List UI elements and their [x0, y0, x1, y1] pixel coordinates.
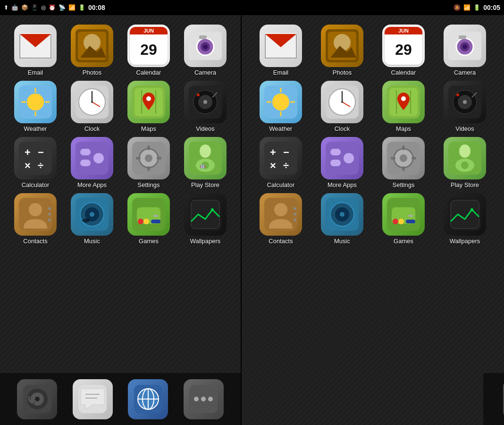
svg-rect-48 — [157, 157, 161, 160]
svg-point-44 — [145, 154, 152, 162]
app-games[interactable]: Games — [123, 193, 175, 245]
dock-more[interactable] — [184, 379, 224, 419]
videos2-icon — [444, 81, 486, 123]
app-videos2[interactable]: Videos — [437, 81, 493, 132]
svg-rect-149 — [294, 219, 296, 221]
app-moreapps[interactable]: More Apps — [66, 137, 118, 188]
moreapps2-icon — [321, 137, 363, 179]
weather2-label: Weather — [269, 125, 293, 132]
clock-status-icon: ⏰ — [49, 4, 56, 11]
svg-text:−: − — [38, 146, 44, 158]
app-clock[interactable]: Clock — [66, 81, 118, 132]
games-icon — [127, 193, 170, 236]
app-camera[interactable]: Camera — [179, 25, 231, 76]
svg-rect-41 — [93, 153, 104, 163]
svg-rect-46 — [147, 166, 150, 171]
calendar2-label: Calendar — [391, 69, 416, 76]
app-calculator2[interactable]: + − × ÷ Calculator — [252, 137, 309, 188]
svg-point-122 — [463, 100, 467, 104]
wifi-icon: 📡 — [59, 4, 66, 11]
svg-rect-71 — [191, 200, 219, 229]
svg-point-146 — [274, 203, 287, 216]
music-label: Music — [84, 238, 100, 245]
app-videos[interactable]: Videos — [179, 81, 231, 132]
app-calendar2[interactable]: JUN 29 Calendar — [375, 25, 432, 76]
settings-label: Settings — [138, 181, 160, 188]
svg-rect-138 — [402, 166, 405, 171]
app-maps2[interactable]: Maps — [375, 81, 432, 132]
dock-browser[interactable] — [128, 379, 168, 419]
app-email[interactable]: Email — [9, 25, 61, 76]
svg-rect-137 — [402, 145, 405, 150]
app-wallpapers2[interactable]: Wallpapers — [437, 193, 493, 245]
svg-text:📞: 📞 — [27, 396, 36, 405]
camera-icon — [184, 25, 227, 67]
app-music2[interactable]: Music — [314, 193, 370, 245]
svg-point-104 — [272, 94, 289, 110]
maps-icon — [127, 81, 170, 123]
dock-message[interactable] — [73, 379, 113, 419]
phone-icon: 📱 — [31, 4, 38, 11]
app-music[interactable]: Music — [66, 193, 118, 245]
svg-rect-69 — [153, 215, 158, 217]
app-email2[interactable]: Email — [252, 25, 309, 76]
email2-icon — [260, 25, 302, 67]
wallpapers-label: Wallpapers — [190, 238, 221, 245]
svg-point-153 — [340, 212, 344, 217]
app-contacts2[interactable]: Contacts — [252, 193, 309, 245]
svg-point-156 — [393, 219, 398, 224]
app-contacts[interactable]: Contacts — [9, 193, 61, 245]
svg-point-21 — [91, 101, 93, 103]
svg-rect-148 — [294, 213, 296, 215]
svg-point-66 — [138, 219, 143, 224]
svg-rect-139 — [391, 157, 395, 160]
dock-phone[interactable]: 📞 — [17, 379, 57, 419]
app-weather[interactable]: Weather — [9, 81, 61, 132]
svg-point-90 — [201, 397, 206, 401]
android-icon: 🤖 — [11, 4, 18, 11]
calculator2-icon: + − × ÷ — [260, 137, 302, 179]
app-settings[interactable]: Settings — [123, 137, 175, 188]
games2-label: Games — [394, 238, 413, 245]
app-photos[interactable]: Photos — [66, 25, 118, 76]
svg-point-123 — [456, 94, 459, 96]
camera2-label: Camera — [454, 69, 476, 76]
app-settings2[interactable]: Settings — [375, 137, 432, 188]
app-calculator[interactable]: + − × ÷ Calculator — [9, 137, 61, 188]
contacts-icon — [14, 193, 57, 236]
svg-rect-125 — [264, 142, 297, 175]
svg-rect-68 — [151, 220, 160, 223]
app-playstore2[interactable]: Play Store — [437, 137, 493, 188]
app-moreapps2[interactable]: More Apps — [314, 137, 370, 188]
maps2-label: Maps — [396, 125, 411, 132]
app-calendar[interactable]: JUN 29 Calendar — [123, 25, 175, 76]
app-maps[interactable]: Maps — [123, 81, 175, 132]
svg-rect-58 — [48, 219, 51, 221]
settings-icon — [127, 137, 170, 179]
panel-divider — [241, 15, 242, 425]
weather2-icon — [260, 81, 302, 123]
wallpapers2-icon — [444, 193, 486, 236]
app-games2[interactable]: Games — [375, 193, 432, 245]
svg-rect-147 — [294, 207, 296, 210]
svg-point-162 — [470, 208, 473, 211]
app-wallpapers[interactable]: Wallpapers — [179, 193, 231, 245]
panel-left: Email Photos JUN 29 Calendar — [0, 15, 241, 425]
app-clock2[interactable]: Clock — [314, 81, 370, 132]
battery-right-icon: 🔋 — [473, 4, 480, 11]
photos2-icon — [321, 25, 363, 67]
settings2-label: Settings — [393, 181, 415, 188]
panel-right: Email Photos JUN 29 Calendar — [242, 15, 504, 425]
svg-point-113 — [341, 101, 343, 103]
right-app-grid: Email Photos JUN 29 Calendar — [252, 25, 493, 245]
app-playstore[interactable]: 🤖 Play Store — [179, 137, 231, 188]
shield-icon: ◎ — [41, 4, 46, 11]
app-weather2[interactable]: Weather — [252, 81, 309, 132]
app-photos2[interactable]: Photos — [314, 25, 370, 76]
photos-icon — [71, 25, 113, 67]
camera2-icon — [444, 25, 486, 67]
status-bar-left: ⬆ 🤖 📦 📱 ◎ ⏰ 📡 📶 🔋 00:08 — [0, 0, 241, 15]
music2-icon — [321, 193, 363, 236]
games2-icon — [382, 193, 425, 236]
app-camera2[interactable]: Camera — [437, 25, 493, 76]
